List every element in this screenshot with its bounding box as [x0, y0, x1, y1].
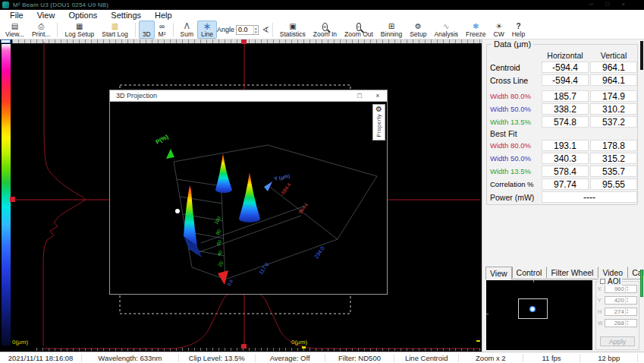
log-setup-button[interactable]: ▦ Log Setup — [61, 21, 98, 39]
3d-button[interactable]: 3D — [139, 21, 155, 39]
projection-close-button[interactable]: × — [369, 92, 387, 99]
statistics-button[interactable]: ▣ Statistics — [276, 21, 309, 39]
crosshair-marker-top[interactable] — [241, 39, 247, 44]
wireframe-grid — [174, 145, 377, 279]
status-average: Average: Off — [256, 354, 325, 362]
apply-button[interactable]: Apply — [600, 336, 635, 346]
svg-text:20: 20 — [217, 260, 225, 267]
app-icon — [2, 2, 9, 8]
app-window: M² Beam U3 (DOU1 0254 U9 NB) ─ □ × File … — [0, 0, 644, 363]
col-horizontal: Horizontal — [542, 51, 589, 60]
power-label: Power (mW) — [490, 193, 540, 202]
aoi-y-input[interactable] — [605, 297, 625, 304]
aoi-x-input[interactable] — [605, 286, 625, 292]
row-label: Width 80.0% — [490, 92, 540, 100]
data-cell: 185.7 — [542, 90, 589, 102]
aoi-w-spinner[interactable]: ▴▾ — [625, 320, 629, 327]
menu-options[interactable]: Options — [61, 11, 104, 20]
gear-icon: ⚙ — [415, 22, 422, 31]
yellow-tick — [302, 346, 306, 349]
snowflake-icon: ❄ — [473, 22, 479, 31]
print-button[interactable]: ⎙ Print... — [28, 21, 55, 39]
row-label: Correlation % — [490, 180, 540, 188]
zoom-in-button[interactable]: + Zoom In — [309, 21, 341, 39]
freeze-button[interactable]: ❄ Freeze — [462, 21, 489, 39]
y-axis-label: Y (μm) — [274, 173, 291, 182]
printer-icon: ⎙ — [38, 22, 44, 31]
data-cell: 315.2 — [590, 153, 637, 164]
power-value: ---- — [542, 191, 637, 203]
magnifier-plus-icon: + — [322, 22, 328, 31]
beam-cone-front — [239, 172, 260, 223]
crosshair-marker-left[interactable] — [10, 197, 15, 202]
analysis-button[interactable]: ∿ Analysis — [430, 21, 462, 39]
angle-icon: ∢ — [262, 25, 269, 35]
row-label: Width 80.0% — [490, 141, 540, 150]
angle-spinner[interactable]: ▴▾ — [253, 26, 258, 34]
tab-control[interactable]: Control — [512, 267, 547, 278]
tab-view[interactable]: View — [485, 267, 512, 279]
maximize-button[interactable]: □ — [605, 1, 609, 8]
tab-video[interactable]: Video — [598, 267, 627, 278]
angle-control: Angle ▴▾ ∢ — [217, 25, 269, 35]
projection-titlebar[interactable]: 3D Projection □ × — [110, 90, 387, 102]
property-tab[interactable]: ⚙ Property — [372, 104, 385, 140]
aoi-x-label: X — [598, 286, 603, 292]
tab-filter-wheel[interactable]: Filter Wheel — [546, 267, 598, 278]
help-button[interactable]: ? Help — [508, 21, 529, 39]
titlebar: M² Beam U3 (DOU1 0254 U9 NB) ─ □ × — [0, 0, 644, 10]
menu-view[interactable]: View — [30, 11, 62, 20]
menubar: File View Options Settings Help — [0, 10, 644, 21]
data-cell: 174.9 — [590, 90, 637, 102]
projection-title: 3D Projection — [116, 92, 350, 99]
aoi-title: AOI — [608, 277, 620, 286]
data-cell: 578.4 — [542, 166, 589, 177]
magnifier-minus-icon: − — [357, 22, 362, 31]
col-vertical: Vertical — [590, 51, 637, 60]
view-button[interactable]: ▤ View... — [2, 21, 28, 39]
data-cell: -594.4 — [542, 74, 589, 86]
m2-button[interactable]: ∞ M² — [155, 21, 170, 39]
close-button[interactable]: × — [621, 1, 625, 8]
sum-button[interactable]: Λ Sum — [177, 21, 197, 39]
aoi-y-spinner[interactable]: ▴▾ — [625, 297, 629, 304]
binning-button[interactable]: ⊞ Binning — [377, 21, 406, 39]
zoom-out-button[interactable]: − Zoom Out — [341, 21, 377, 39]
menu-settings[interactable]: Settings — [104, 11, 148, 20]
bottom-axis-origin-label: 0(μm) — [291, 339, 307, 346]
minimize-button[interactable]: ─ — [589, 1, 594, 8]
cw-button[interactable]: ☀ CW — [490, 21, 508, 39]
start-log-button[interactable]: ▥ Start Log — [98, 21, 132, 39]
beam-cone-back — [215, 153, 232, 193]
menu-help[interactable]: Help — [148, 11, 179, 20]
cross-lines-icon: ∗ — [203, 22, 212, 31]
status-zoom: Zoom x 2 — [459, 354, 523, 362]
scrollbar-green-thumb[interactable] — [640, 270, 643, 297]
peak-icon: Λ — [184, 22, 190, 31]
menu-file[interactable]: File — [3, 11, 30, 20]
aoi-x-spinner[interactable]: ▴▾ — [625, 286, 629, 292]
line-button[interactable]: ∗ Line — [197, 21, 217, 39]
scrollbar-track[interactable] — [640, 41, 643, 70]
setup-button[interactable]: ⚙ Setup — [406, 21, 430, 39]
side-panel: Data (μm) Horizontal Vertical Centroid -… — [482, 39, 644, 352]
rotation-handle[interactable] — [175, 209, 180, 213]
gear-icon: ⚙ — [375, 105, 382, 114]
data-cell: 95.55 — [590, 178, 637, 190]
aoi-h-label: H — [598, 309, 603, 314]
angle-input[interactable] — [237, 26, 253, 34]
aoi-w-input[interactable] — [605, 320, 625, 327]
row-label: Width 13.5% — [490, 167, 540, 175]
analysis-icon: ∿ — [443, 22, 449, 31]
aoi-h-input[interactable] — [605, 308, 625, 315]
row-label: Width 50.0% — [490, 154, 540, 163]
crosshair-marker-bottom[interactable] — [241, 344, 247, 349]
aoi-h-spinner[interactable]: ▴▾ — [625, 308, 629, 315]
svg-text:40: 40 — [216, 249, 224, 257]
row-label: Centroid — [490, 63, 540, 72]
data-cell: 178.8 — [590, 140, 637, 151]
preview-beam-dot — [529, 306, 536, 312]
row-label: Width 13.5% — [490, 118, 540, 126]
aoi-checkbox[interactable] — [600, 279, 605, 284]
projection-maximize-button[interactable]: □ — [350, 92, 369, 99]
